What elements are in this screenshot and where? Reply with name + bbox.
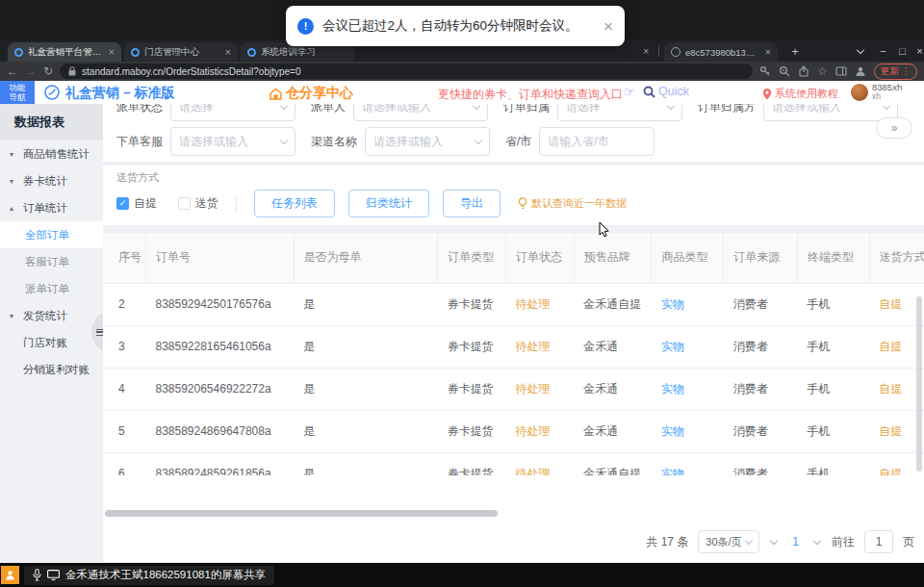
table-row[interactable]: 3 83859228165461056a 是 券卡提货 待处理 金禾通 实物 消…	[103, 325, 924, 368]
order-ownership-select[interactable]: 请选择	[557, 104, 682, 121]
cell-terminal: 手机	[798, 410, 870, 452]
sidebar-item-card-stats[interactable]: ▾ 券卡统计	[0, 167, 103, 194]
default-query-tip: 默认查询近一年数据	[518, 196, 627, 211]
page-size-select[interactable]: 30条/页	[698, 530, 759, 553]
cell-product-type[interactable]: 实物	[652, 452, 724, 475]
tutorial-link[interactable]: 系统使用教程	[762, 87, 838, 101]
expand-filters-button[interactable]: »	[876, 117, 912, 139]
horizontal-scrollbar[interactable]	[105, 510, 498, 517]
share-center-link[interactable]: 仓分享中心	[270, 85, 353, 102]
cell-product-type[interactable]: 实物	[652, 325, 724, 368]
sidebar-item-label: 券卡统计	[23, 174, 67, 189]
sidebar-item-product-sales-stats[interactable]: ▾ 商品销售统计	[0, 140, 103, 167]
tab-close-icon[interactable]: ×	[225, 47, 231, 58]
toast-message: 会议已超过2人，自动转为60分钟限时会议。	[322, 17, 578, 35]
chevron-down-icon: ▾	[10, 177, 18, 186]
column-header[interactable]: 是否为母单	[294, 233, 438, 283]
delivery-checkbox[interactable]: 送货	[178, 195, 218, 212]
back-arrow-icon[interactable]: ←	[7, 65, 18, 77]
function-nav-toggle[interactable]: 功能 导航	[0, 81, 35, 104]
checkbox-checked-icon: ✓	[116, 197, 129, 210]
participant-badge[interactable]	[1, 566, 19, 584]
column-header[interactable]: 终端类型	[798, 233, 870, 283]
window-close-button[interactable]: ×	[911, 40, 924, 62]
table-row[interactable]: 2 83859294250176576a 是 券卡提货 待处理 金禾通自提 实物…	[103, 283, 924, 325]
cell-product-type[interactable]: 实物	[652, 410, 724, 452]
dispatch-status-select[interactable]: 请选择	[170, 104, 295, 121]
bookmark-star-icon[interactable]: ☆	[817, 64, 828, 78]
forward-arrow-icon[interactable]: →	[25, 65, 37, 77]
goto-page-input[interactable]	[864, 530, 893, 553]
chrome-update-button[interactable]: 更新 ⋮	[874, 64, 917, 80]
placeholder: 请选择	[179, 104, 214, 115]
column-header[interactable]: 商品类型	[652, 233, 724, 283]
column-header[interactable]: 送货方式	[869, 233, 924, 283]
cell-index: 4	[103, 368, 145, 410]
table-row[interactable]: 6 83858924859261856a 是 券卡提货 待处理 金禾通自提 实物…	[103, 452, 924, 475]
window-maximize-button[interactable]: □	[893, 40, 911, 62]
cell-order-type: 券卡提货	[438, 368, 506, 410]
cell-index: 2	[103, 283, 145, 325]
export-button[interactable]: 导出	[443, 190, 500, 217]
screen-share-icon	[47, 570, 60, 580]
province-city-input[interactable]: 请输入省/市	[539, 127, 654, 156]
new-tab-button[interactable]: +	[787, 44, 803, 59]
next-page-button[interactable]	[812, 541, 822, 544]
tab-search-chevron-icon[interactable]	[851, 40, 869, 62]
sidebar-item-shipping-stats[interactable]: ▾ 发货统计	[0, 302, 103, 329]
sidebar-item-distribution-rebate[interactable]: 分销返利对账	[0, 356, 103, 383]
filter-label: 派单人	[311, 104, 346, 115]
browser-tab-1[interactable]: 礼盒营销平台管理中心 ×	[8, 42, 121, 62]
vertical-scrollbar[interactable]	[916, 296, 922, 472]
tab-close-icon[interactable]: ×	[765, 47, 771, 58]
sidebar-item-store-reconciliation[interactable]: 门店对账	[0, 329, 103, 356]
table-row[interactable]: 5 83858924869647808a 是 券卡提货 待处理 金禾通 实物 消…	[103, 410, 924, 452]
cell-product-type[interactable]: 实物	[652, 368, 724, 410]
column-header[interactable]: 序号	[103, 233, 145, 283]
channel-name-select[interactable]: 请选择或输入	[365, 127, 490, 156]
reload-icon[interactable]: ↻	[43, 65, 53, 77]
category-stats-button[interactable]: 归类统计	[348, 190, 429, 217]
current-page[interactable]: 1	[788, 535, 803, 549]
task-list-button[interactable]: 任务列表	[254, 190, 335, 217]
column-header[interactable]: 预售品牌	[574, 233, 652, 283]
chevron-down-icon	[667, 104, 675, 110]
browser-tab-5[interactable]: e8c573980b1328a258fd2e6 ×	[664, 42, 778, 62]
cell-status: 待处理	[505, 283, 574, 325]
tab-close-icon[interactable]: ×	[643, 45, 649, 57]
order-ownership-party-select[interactable]: 请选择或输入	[763, 104, 898, 121]
column-header[interactable]: 订单类型	[438, 233, 506, 283]
location-pin-icon	[762, 89, 772, 100]
sidebar-item-dispatch-orders[interactable]: 派单订单	[0, 275, 103, 302]
share-icon[interactable]	[798, 65, 809, 77]
tab-close-icon[interactable]: ×	[109, 47, 115, 58]
user-menu[interactable]: 8385xh xh	[851, 83, 902, 102]
dispatcher-select[interactable]: 请选择或输入	[353, 104, 488, 121]
sidebar-item-order-stats[interactable]: ▴ 订单统计	[0, 194, 103, 221]
zoom-icon[interactable]	[779, 65, 790, 77]
sidebar-item-service-orders[interactable]: 客服订单	[0, 248, 103, 275]
chevron-down-icon: ▾	[10, 150, 18, 159]
pickup-checkbox[interactable]: ✓ 自提	[116, 195, 157, 212]
window-minimize-button[interactable]: −	[874, 40, 892, 62]
quick-search-link[interactable]: Quick	[643, 85, 689, 98]
order-agent-select[interactable]: 请选择或输入	[170, 127, 295, 156]
share-status-text: 金禾通技术王斌18662591081的屏幕共享	[65, 568, 266, 582]
cell-product-type[interactable]: 实物	[652, 283, 724, 325]
profile-icon[interactable]	[855, 65, 866, 77]
cell-order-type: 券卡提货	[438, 283, 506, 325]
side-panel-icon[interactable]	[835, 65, 847, 77]
column-header[interactable]: 订单号	[145, 233, 294, 283]
close-icon[interactable]: ×	[603, 18, 613, 35]
key-icon[interactable]	[759, 65, 771, 77]
sidebar-item-all-orders[interactable]: 全部订单	[0, 221, 103, 248]
browser-tab-2[interactable]: 门店管理中心 ×	[124, 42, 238, 62]
prev-page-button[interactable]	[769, 541, 779, 544]
table-row[interactable]: 4 83859206546922272a 是 券卡提货 待处理 金禾通 实物 消…	[103, 368, 924, 410]
cell-order-type: 券卡提货	[438, 452, 506, 475]
quick-label: Quick	[658, 85, 689, 98]
column-header[interactable]: 订单来源	[724, 233, 798, 283]
column-header[interactable]: 订单状态	[505, 233, 574, 283]
pointing-finger-icon: ☞	[624, 85, 635, 99]
url-field[interactable]: standard.maboy.cn/OrderStatisticsDetail?…	[60, 64, 753, 79]
